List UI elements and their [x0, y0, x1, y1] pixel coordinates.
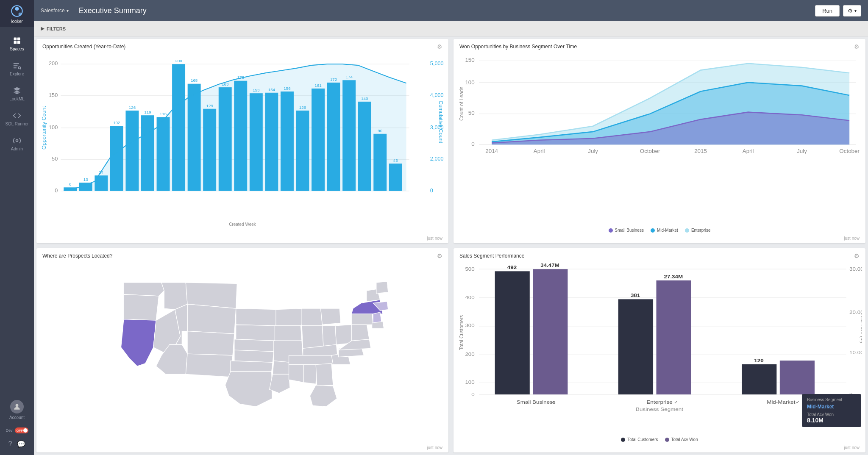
svg-text:Total ACV (M): Total ACV (M) — [860, 314, 862, 343]
svg-rect-7 — [14, 63, 19, 64]
opportunities-panel: Opportunities Created (Year-to-Date) ⚙ 2… — [36, 39, 448, 243]
svg-text:100: 100 — [49, 125, 58, 130]
svg-text:2015: 2015 — [694, 149, 707, 154]
won-opp-body: 150 100 50 0 Count of Leads 2014 April J… — [453, 52, 865, 226]
won-opp-header: Won Opportunities by Business Segment Ov… — [453, 39, 865, 52]
header-actions: Run ⚙ ▾ — [815, 5, 861, 17]
svg-text:102: 102 — [113, 120, 120, 125]
svg-text:200: 200 — [175, 58, 182, 63]
svg-text:168: 168 — [191, 78, 198, 83]
sales-segment-header: Sales Segment Performance ⚙ — [453, 248, 865, 261]
svg-text:381: 381 — [631, 293, 640, 298]
sidebar-item-admin-label: Admin — [11, 147, 23, 151]
us-map-svg — [41, 261, 444, 444]
won-opp-settings-icon[interactable]: ⚙ — [854, 43, 860, 50]
won-opportunities-panel: Won Opportunities by Business Segment Ov… — [453, 39, 865, 243]
filters-text: FILTERS — [47, 26, 66, 31]
sidebar-item-spaces-label: Spaces — [10, 47, 24, 51]
sidebar-item-admin[interactable]: Admin — [0, 131, 34, 156]
won-opp-title: Won Opportunities by Business Segment Ov… — [459, 44, 577, 50]
svg-text:April: April — [534, 149, 545, 154]
svg-rect-118 — [742, 364, 776, 394]
svg-text:120: 120 — [754, 358, 763, 363]
won-opp-footer: just now — [453, 235, 865, 243]
sales-segment-body: 500 400 300 200 100 0 Total Customers — [453, 261, 865, 436]
main-content: Salesforce ▾ Executive Summary Run ⚙ ▾ ▶… — [34, 0, 868, 455]
svg-text:116: 116 — [160, 111, 167, 116]
map-settings-icon[interactable]: ⚙ — [437, 252, 442, 259]
legend-mid-market: Mid-Market — [651, 228, 678, 233]
legend-enterprise-label: Enterprise — [691, 228, 711, 233]
svg-text:2014: 2014 — [485, 149, 498, 154]
svg-text:500: 500 — [465, 266, 474, 272]
svg-text:Mid-Market: Mid-Market — [767, 400, 796, 405]
svg-text:✓: ✓ — [796, 400, 800, 405]
sales-segment-settings-icon[interactable]: ⚙ — [854, 252, 860, 259]
help-icon[interactable]: ? — [8, 440, 12, 448]
opportunities-body: 200 150 100 50 0 Opportunity Count — [36, 52, 448, 235]
dashboard: Opportunities Created (Year-to-Date) ⚙ 2… — [34, 36, 868, 455]
svg-point-1 — [15, 7, 19, 11]
map-body — [36, 261, 448, 444]
svg-text:Cumulative Count: Cumulative Count — [438, 100, 444, 143]
sales-segment-legend: Total Customers Total Acv Won — [453, 436, 865, 444]
svg-text:13: 13 — [83, 177, 88, 182]
legend-dot-total-acv — [665, 438, 669, 442]
page-title: Executive Summary — [79, 6, 147, 15]
map-panel: Where are Prospects Located? ⚙ — [36, 248, 448, 452]
opportunities-settings-icon[interactable]: ⚙ — [437, 43, 442, 50]
sidebar-item-spaces[interactable]: Spaces — [0, 31, 34, 56]
sidebar: looker Spaces Explore LookML SQL Runner … — [0, 0, 34, 455]
help-icon-row: ? 💬 — [8, 438, 26, 451]
filters-bar[interactable]: ▶ FILTERS — [34, 21, 868, 36]
sidebar-item-explore-label: Explore — [10, 72, 24, 76]
account-item[interactable]: Account — [0, 397, 34, 423]
svg-text:Enterprise: Enterprise — [646, 400, 672, 405]
legend-dot-total-customers — [621, 438, 625, 442]
svg-line-11 — [20, 69, 21, 69]
svg-text:0: 0 — [471, 141, 474, 147]
svg-text:100: 100 — [465, 80, 474, 85]
opportunities-footer: just now — [36, 235, 448, 243]
breadcrumb-text: Salesforce — [41, 8, 65, 14]
dev-toggle[interactable]: Dev OFF — [2, 425, 31, 436]
svg-text:30.00M: 30.00M — [849, 266, 862, 272]
svg-text:✓: ✓ — [551, 400, 555, 405]
svg-text:100: 100 — [465, 380, 474, 385]
sidebar-item-lookml[interactable]: LookML — [0, 81, 34, 106]
svg-text:Opportunity Count: Opportunity Count — [41, 106, 47, 150]
run-button[interactable]: Run — [815, 5, 840, 17]
svg-rect-116 — [657, 280, 691, 394]
svg-text:6: 6 — [69, 182, 72, 186]
legend-total-customers-label: Total Customers — [627, 437, 658, 442]
svg-text:0: 0 — [849, 392, 853, 397]
chat-icon[interactable]: 💬 — [17, 440, 25, 448]
legend-dot-small-business — [609, 228, 613, 233]
won-opp-legend: Small Business Mid-Market Enterprise — [453, 226, 865, 235]
sidebar-item-sql-runner[interactable]: SQL Runner — [0, 106, 34, 131]
header-settings-button[interactable]: ⚙ ▾ — [843, 5, 861, 17]
opportunities-title: Opportunities Created (Year-to-Date) — [42, 44, 125, 50]
filters-triangle: ▶ — [41, 26, 44, 31]
sales-segment-title: Sales Segment Performance — [459, 253, 524, 259]
breadcrumb-chevron: ▾ — [67, 8, 69, 13]
sales-segment-panel: Sales Segment Performance ⚙ 500 400 300 … — [453, 248, 865, 452]
svg-point-12 — [16, 140, 18, 142]
svg-rect-6 — [17, 41, 20, 44]
breadcrumb: Salesforce ▾ — [41, 8, 69, 14]
opportunities-header: Opportunities Created (Year-to-Date) ⚙ — [36, 39, 448, 52]
map-header: Where are Prospects Located? ⚙ — [36, 248, 448, 261]
sidebar-item-explore[interactable]: Explore — [0, 56, 34, 81]
svg-text:126: 126 — [129, 105, 136, 110]
sidebar-item-sql-runner-label: SQL Runner — [5, 122, 28, 126]
toggle-switch[interactable]: OFF — [15, 427, 28, 433]
svg-text:✓: ✓ — [674, 400, 678, 405]
svg-rect-5 — [14, 41, 17, 44]
svg-text:0: 0 — [471, 392, 475, 397]
svg-text:34.47M: 34.47M — [540, 263, 559, 268]
svg-text:Business Segment: Business Segment — [636, 407, 684, 412]
svg-text:4,000: 4,000 — [430, 92, 444, 98]
svg-text:October: October — [839, 149, 860, 154]
svg-text:2,000: 2,000 — [430, 156, 444, 162]
sidebar-nav: Spaces Explore LookML SQL Runner Admin — [0, 27, 34, 397]
